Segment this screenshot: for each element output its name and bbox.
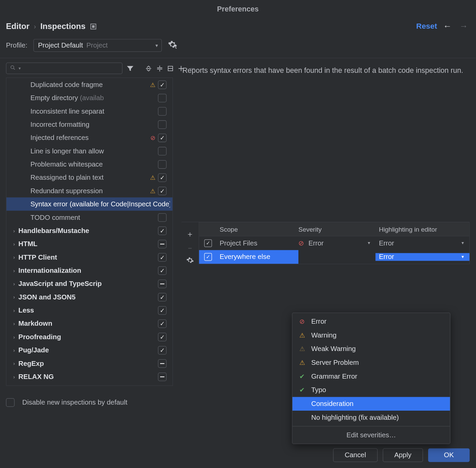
expand-all-icon[interactable] (145, 63, 152, 74)
tree-row[interactable]: ›Proofreading✓ (6, 330, 173, 343)
scope-row[interactable]: ✓Everywhere elseError▾ (199, 250, 469, 264)
scope-header: Scope (217, 226, 298, 233)
apply-button[interactable]: Apply (383, 448, 423, 462)
tree-row[interactable]: Duplicated code fragme⚠✓ (6, 78, 173, 91)
inspection-checkbox[interactable] (158, 120, 167, 128)
scope-row[interactable]: ✓Project Files⊘ Error▾Error▾ (199, 236, 469, 250)
back-arrow-icon[interactable]: ← (441, 22, 453, 31)
tree-row[interactable]: TODO comment (6, 211, 173, 224)
breadcrumb-inspections[interactable]: Inspections (40, 22, 86, 31)
chevron-right-icon[interactable]: › (10, 294, 18, 300)
collapse-all-icon[interactable] (156, 63, 163, 74)
tree-row[interactable]: ›JavaScript and TypeScrip (6, 277, 173, 290)
tree-row[interactable]: ›RELAX NG (6, 370, 173, 383)
tree-row[interactable]: Syntax error (available for Code|Inspect… (6, 197, 173, 210)
inspection-checkbox[interactable] (158, 213, 167, 222)
inspection-checkbox[interactable]: ✓ (158, 173, 167, 182)
severity-option[interactable]: No highlighting (fix available) (292, 411, 450, 425)
inspection-checkbox[interactable] (158, 93, 167, 102)
chevron-right-icon[interactable]: › (10, 254, 18, 260)
tree-row[interactable]: ›Internationalization✓ (6, 264, 173, 277)
scope-gear-icon[interactable] (186, 256, 194, 266)
inspection-checkbox[interactable]: ✓ (158, 134, 167, 142)
tree-row[interactable]: Redundant suppression⚠✓ (6, 184, 173, 197)
severity-option[interactable]: ⚠Weak Warning (292, 342, 450, 356)
tree-row[interactable]: ›Markdown✓ (6, 317, 173, 330)
tree-row[interactable]: ›JSON and JSON5✓ (6, 290, 173, 303)
severity-dropdown[interactable]: ⊘Error⚠Warning⚠Weak Warning⚠Server Probl… (292, 313, 450, 444)
tree-row[interactable]: ›HTTP Client✓ (6, 251, 173, 264)
tree-row[interactable]: ›RegExp (6, 357, 173, 370)
inspection-checkbox[interactable] (158, 147, 167, 155)
chevron-right-icon[interactable]: › (10, 334, 18, 340)
inspection-checkbox[interactable]: ✓ (158, 332, 167, 341)
scope-checkbox[interactable]: ✓ (204, 239, 212, 247)
tree-label: Line is longer than allow (30, 147, 148, 155)
tree-row[interactable]: Empty directory (availab (6, 91, 173, 105)
inspection-tree[interactable]: Duplicated code fragme⚠✓Empty directory … (6, 78, 173, 386)
breadcrumb-settings-icon[interactable] (90, 23, 96, 30)
inspection-checkbox[interactable] (158, 359, 167, 368)
tree-row[interactable]: Reassigned to plain text⚠✓ (6, 171, 173, 184)
chevron-right-icon[interactable]: › (10, 307, 18, 313)
chevron-right-icon[interactable]: › (10, 321, 18, 327)
filter-icon[interactable] (126, 63, 134, 74)
severity-option[interactable]: ✔Grammar Error (292, 370, 450, 383)
severity-option[interactable]: ⚠Server Problem (292, 356, 450, 370)
tree-row[interactable]: Problematic whitespace (6, 157, 173, 171)
tree-row[interactable]: Line is longer than allow (6, 144, 173, 157)
inspection-checkbox[interactable]: ✓ (158, 293, 167, 301)
inspection-checkbox[interactable]: ✓ (158, 226, 167, 235)
tree-row[interactable]: ›Handlebars/Mustache✓ (6, 224, 173, 237)
search-input[interactable]: ▾ (6, 62, 122, 74)
inspection-checkbox[interactable] (158, 107, 167, 115)
inspection-checkbox[interactable] (158, 240, 167, 248)
chevron-right-icon[interactable]: › (10, 281, 18, 287)
scope-name: Everywhere else (217, 253, 298, 261)
severity-option[interactable]: ⚠Warning (292, 328, 450, 342)
severity-option[interactable]: ⊘Error (292, 315, 450, 328)
ok-button[interactable]: OK (428, 448, 470, 462)
chevron-right-icon[interactable]: › (10, 241, 18, 247)
edit-severities[interactable]: Edit severities… (292, 428, 450, 442)
inspection-checkbox[interactable]: ✓ (158, 186, 167, 195)
tree-row[interactable]: ›Pug/Jade✓ (6, 344, 173, 357)
tree-row[interactable]: Incorrect formatting (6, 118, 173, 131)
reset-link[interactable]: Reset (416, 22, 437, 31)
inspection-checkbox[interactable] (158, 280, 167, 288)
tree-row[interactable]: ›Less✓ (6, 303, 173, 317)
inspection-checkbox[interactable]: ✓ (158, 266, 167, 274)
chevron-right-icon[interactable]: › (10, 228, 18, 234)
severity-option-label: Server Problem (311, 359, 359, 367)
gear-icon[interactable] (168, 40, 177, 51)
tree-row[interactable]: Inconsistent line separat (6, 105, 173, 118)
severity-option[interactable]: Consideration (292, 397, 450, 411)
tree-row[interactable]: Injected references⊘✓ (6, 131, 173, 144)
chevron-right-icon[interactable]: › (10, 374, 18, 380)
cancel-button[interactable]: Cancel (333, 448, 378, 462)
chevron-right-icon[interactable]: › (10, 347, 18, 353)
profile-select[interactable]: Project Default Project ▾ (33, 39, 162, 52)
scope-add-icon[interactable]: ＋ (186, 229, 194, 239)
scope-checkbox[interactable]: ✓ (204, 253, 212, 261)
disable-new-checkbox[interactable] (6, 398, 14, 407)
inspection-checkbox[interactable]: ✓ (158, 80, 167, 89)
reset-defaults-icon[interactable] (167, 63, 174, 74)
highlighting-cell[interactable]: Error▾ (376, 253, 469, 261)
severity-option[interactable]: ✔Typo (292, 383, 450, 397)
inspection-checkbox[interactable] (158, 160, 167, 168)
inspection-checkbox[interactable] (158, 372, 167, 381)
inspection-checkbox[interactable]: ✓ (158, 319, 167, 328)
chevron-right-icon[interactable]: › (10, 267, 18, 273)
inspection-checkbox[interactable]: ✓ (158, 346, 167, 354)
tree-row[interactable]: ›HTML (6, 237, 173, 251)
highlighting-cell[interactable]: Error▾ (376, 239, 469, 247)
inspection-checkbox[interactable]: ✓ (158, 306, 167, 314)
chevron-right-icon[interactable]: › (10, 360, 18, 367)
search-dropdown-icon[interactable]: ▾ (19, 66, 21, 71)
inspection-checkbox[interactable]: ✓ (158, 253, 167, 261)
severity-cell[interactable]: ⊘ Error▾ (298, 239, 376, 247)
breadcrumb-editor[interactable]: Editor (6, 22, 30, 31)
severity-option-label: Error (311, 318, 326, 325)
profile-name: Project Default (38, 41, 83, 49)
